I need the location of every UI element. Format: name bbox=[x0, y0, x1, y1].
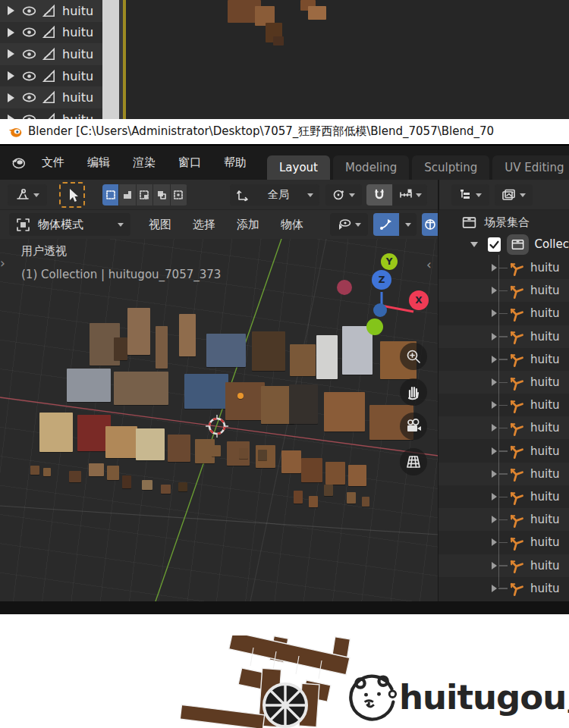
outliner-object-row[interactable]: huitu bbox=[439, 256, 569, 279]
background-list-row[interactable]: huitu bbox=[0, 65, 102, 87]
collection-checkbox[interactable] bbox=[488, 237, 501, 252]
tab-sculpting[interactable]: Sculpting bbox=[412, 155, 489, 180]
outliner-display-mode-dropdown[interactable] bbox=[451, 184, 489, 206]
background-list-row[interactable]: huitu bbox=[0, 108, 102, 120]
scene-object[interactable] bbox=[67, 369, 111, 402]
select-mode-intersect-button[interactable] bbox=[171, 184, 187, 206]
outliner-object-row[interactable]: huitu bbox=[439, 440, 569, 463]
outliner-filter-dropdown[interactable] bbox=[495, 184, 533, 206]
scene-object[interactable] bbox=[156, 326, 168, 369]
scene-object[interactable] bbox=[136, 428, 165, 460]
viewport-menu-1[interactable]: 选择 bbox=[182, 214, 226, 236]
scene-object[interactable] bbox=[168, 435, 190, 462]
outliner-object-row[interactable]: huitu bbox=[439, 485, 569, 508]
scene-object[interactable] bbox=[122, 475, 131, 488]
scene-object[interactable] bbox=[89, 463, 104, 476]
scene-object[interactable] bbox=[179, 314, 196, 356]
expand-triangle-icon[interactable] bbox=[492, 333, 497, 340]
outliner-object-row[interactable]: huitu bbox=[439, 463, 569, 485]
outliner-object-row[interactable]: huitu bbox=[439, 371, 569, 394]
blender-app-menu-icon[interactable] bbox=[10, 155, 26, 171]
scene-object[interactable] bbox=[289, 384, 318, 424]
visibility-eye-icon[interactable] bbox=[21, 46, 37, 62]
expand-triangle-icon[interactable] bbox=[8, 71, 14, 80]
viewport-menu-0[interactable]: 视图 bbox=[138, 214, 182, 236]
scene-object[interactable] bbox=[206, 334, 246, 367]
expand-triangle-icon[interactable] bbox=[492, 538, 497, 546]
collapse-triangle-icon[interactable] bbox=[470, 242, 478, 247]
active-tool-select-box[interactable] bbox=[59, 182, 85, 208]
expand-triangle-icon[interactable] bbox=[492, 516, 497, 523]
gizmo-axis-negative[interactable] bbox=[373, 303, 387, 317]
scene-object[interactable] bbox=[309, 496, 318, 507]
expand-triangle-icon[interactable] bbox=[492, 493, 497, 500]
scene-object[interactable] bbox=[69, 471, 81, 482]
scene-object[interactable] bbox=[107, 466, 119, 480]
scene-object[interactable] bbox=[239, 448, 248, 459]
expand-triangle-icon[interactable] bbox=[492, 585, 497, 592]
scene-object[interactable] bbox=[161, 485, 171, 494]
expand-triangle-icon[interactable] bbox=[492, 356, 497, 363]
expand-triangle-icon[interactable] bbox=[8, 28, 14, 37]
outliner-object-row[interactable]: huitu bbox=[439, 577, 569, 600]
snap-toggle-button[interactable] bbox=[366, 184, 392, 206]
outliner-object-row[interactable]: huitu bbox=[439, 554, 569, 577]
scene-object[interactable] bbox=[347, 492, 356, 504]
select-mode-new-button[interactable] bbox=[102, 184, 119, 206]
show-overlays-toggle[interactable] bbox=[422, 213, 439, 236]
orthographic-grid-button[interactable] bbox=[400, 448, 427, 475]
expand-triangle-icon[interactable] bbox=[492, 378, 497, 386]
gizmo-axis-z[interactable]: Z bbox=[372, 270, 391, 290]
scene-object[interactable] bbox=[325, 462, 345, 485]
gizmo-options-dropdown[interactable] bbox=[400, 213, 417, 236]
expand-triangle-icon[interactable] bbox=[492, 287, 497, 294]
zoom-button[interactable] bbox=[400, 343, 427, 370]
expand-triangle-icon[interactable] bbox=[492, 309, 497, 317]
expand-triangle-icon[interactable] bbox=[492, 562, 497, 570]
menubar-item-4[interactable]: 帮助 bbox=[212, 151, 258, 174]
scene-object[interactable] bbox=[362, 497, 369, 507]
menubar-item-2[interactable]: 渲染 bbox=[121, 151, 167, 174]
scene-object[interactable] bbox=[43, 468, 51, 476]
outliner-object-row[interactable]: huitu bbox=[439, 416, 569, 439]
scene-object[interactable] bbox=[127, 308, 150, 355]
background-list-row[interactable]: huitu bbox=[0, 86, 102, 108]
outliner-object-row[interactable]: huitu bbox=[439, 508, 569, 531]
toolbar-expand-chevron[interactable]: › bbox=[0, 256, 5, 271]
tab-modeling[interactable]: Modeling bbox=[333, 155, 409, 180]
scene-object[interactable] bbox=[294, 491, 303, 504]
background-list-row[interactable]: huitu bbox=[0, 0, 102, 22]
gizmo-axis-negative[interactable] bbox=[337, 280, 352, 295]
menubar-item-1[interactable]: 编辑 bbox=[76, 151, 121, 174]
scene-object[interactable] bbox=[142, 480, 152, 490]
scene-object[interactable] bbox=[324, 392, 365, 431]
scene-object[interactable] bbox=[258, 450, 267, 460]
outliner-object-row[interactable]: huitu bbox=[439, 325, 569, 348]
scene-object[interactable] bbox=[114, 372, 168, 405]
visibility-eye-icon[interactable] bbox=[21, 68, 37, 84]
outliner-object-row[interactable]: huitu bbox=[439, 279, 569, 302]
scene-object[interactable] bbox=[212, 445, 221, 457]
snap-settings-dropdown[interactable] bbox=[393, 184, 427, 206]
background-list-row[interactable]: huitu bbox=[0, 22, 102, 44]
scene-object[interactable] bbox=[281, 450, 301, 473]
gizmo-axis-x[interactable]: X bbox=[409, 290, 429, 310]
menubar-item-0[interactable]: 文件 bbox=[30, 151, 76, 174]
outliner-object-row[interactable]: huitu bbox=[439, 348, 569, 371]
scene-object[interactable] bbox=[39, 413, 73, 452]
viewport-menu-2[interactable]: 添加 bbox=[226, 214, 270, 236]
viewport-menu-3[interactable]: 物体 bbox=[270, 214, 314, 236]
expand-triangle-icon[interactable] bbox=[492, 424, 497, 431]
expand-triangle-icon[interactable] bbox=[492, 447, 497, 455]
camera-view-button[interactable] bbox=[400, 413, 427, 440]
scene-object[interactable] bbox=[342, 326, 373, 375]
pan-hand-button[interactable] bbox=[400, 378, 427, 406]
scene-object[interactable] bbox=[184, 374, 228, 409]
gizmo-axis-y[interactable]: Y bbox=[381, 253, 398, 270]
expand-triangle-icon[interactable] bbox=[8, 6, 14, 15]
scene-object[interactable] bbox=[252, 331, 285, 371]
object-visibility-dropdown[interactable] bbox=[330, 213, 368, 236]
scene-object[interactable] bbox=[105, 426, 137, 458]
menubar-item-3[interactable]: 窗口 bbox=[167, 151, 212, 174]
tab-uv-editing[interactable]: UV Editing bbox=[492, 155, 569, 180]
